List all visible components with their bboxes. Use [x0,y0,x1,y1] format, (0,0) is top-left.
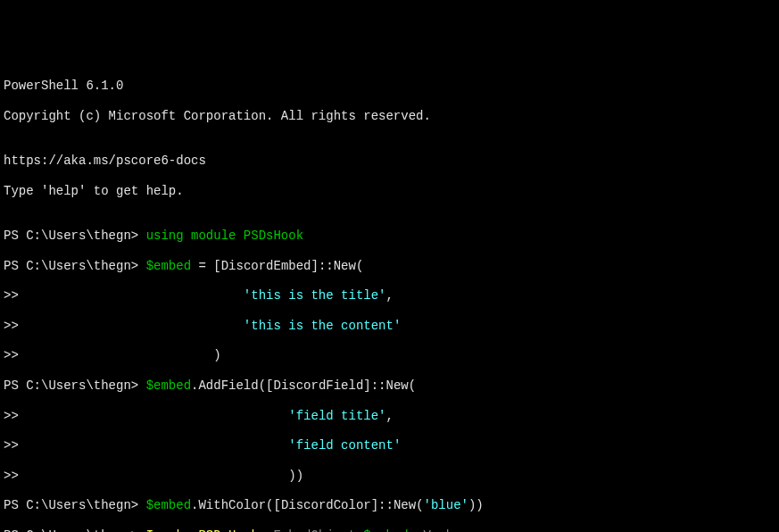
cmd-line-10: PS C:\Users\thegn> $embed.WithColor([Dis… [4,498,775,513]
comma: , [386,409,394,423]
string-literal: 'this is the content' [244,319,401,333]
variable: $embed [146,259,191,273]
continuation-prompt: >> [4,409,26,423]
cmd-line-2: PS C:\Users\thegn> $embed = [DiscordEmbe… [4,259,775,274]
variable: $embed [363,528,408,532]
padding [26,319,244,333]
string-literal: 'this is the title' [244,288,386,303]
string-literal: 'field title' [288,409,385,423]
operator: ]::New( [363,378,416,393]
prompt: PS C:\Users\thegn> [4,528,146,532]
close-paren: ) [213,348,220,362]
type-name: DiscordField [273,378,363,393]
cmd-line-6: PS C:\Users\thegn> $embed.AddField([Disc… [4,378,775,394]
banner-line: PowerShell 6.1.0 [4,79,775,94]
close-paren: )) [468,498,484,512]
parameter: -EmbedObject [259,528,364,532]
continuation-prompt: >> [4,348,26,362]
cmd-cont-4: >> 'this is the content' [4,319,775,334]
operator: = [ [191,259,221,273]
prompt: PS C:\Users\thegn> [4,498,146,512]
banner-link: https://aka.ms/pscore6-docs [4,154,775,169]
continuation-prompt: >> [4,438,26,453]
operator: ]::New( [371,498,424,512]
padding [26,438,288,453]
cmd-cont-9: >> )) [4,469,775,484]
cmd-cont-5: >> ) [4,348,775,363]
prompt: PS C:\Users\thegn> [4,229,146,243]
cmd-line-11: PS C:\Users\thegn> Invoke-PSDsHook -Embe… [4,528,775,532]
continuation-prompt: >> [4,288,26,303]
continuation-prompt: >> [4,319,26,333]
cmd-cont-8: >> 'field content' [4,438,775,453]
continuation-prompt: >> [4,469,26,483]
padding [26,469,288,483]
cmd-cont-3: >> 'this is the title', [4,288,775,303]
method-call: .WithColor([ [191,498,281,512]
banner-line: Type 'help' to get help. [4,184,775,199]
cmd-line-1: PS C:\Users\thegn> using module PSDsHook [4,229,775,244]
type-name: DiscordEmbed [221,259,311,273]
prompt: PS C:\Users\thegn> [4,259,146,273]
padding [26,288,244,303]
type-name: DiscordColor [281,498,371,512]
close-paren: )) [288,469,303,483]
variable: $embed [146,378,191,393]
parameter: -Verbose [409,528,477,532]
comma: , [386,288,394,303]
padding [26,348,213,362]
cmd-cont-7: >> 'field title', [4,409,775,424]
command-text: using module PSDsHook [146,229,303,243]
string-literal: 'field content' [288,438,401,453]
operator: ]::New( [311,259,364,273]
method-call: .AddField([ [191,378,273,393]
terminal-output[interactable]: PowerShell 6.1.0 Copyright (c) Microsoft… [4,63,775,532]
banner-line: Copyright (c) Microsoft Corporation. All… [4,109,775,124]
string-literal: 'blue' [424,498,468,512]
variable: $embed [146,498,191,512]
cmdlet-name: Invoke-PSDsHook [146,528,259,532]
prompt: PS C:\Users\thegn> [4,378,146,393]
padding [26,409,288,423]
